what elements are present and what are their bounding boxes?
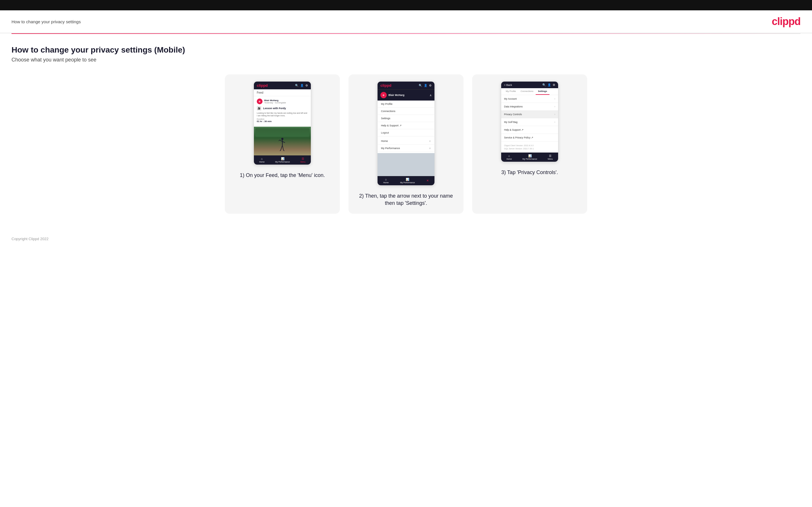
m3-tabs: My Profile Connections Settings [501, 88, 558, 95]
footer: Copyright Clippd 2022 [0, 231, 812, 247]
m1-topbar: clippd 🔍 👤 ⚙ [254, 81, 311, 89]
m3-home-nav-label: Home [506, 158, 512, 160]
m2-close-icon: ✕ [426, 179, 429, 182]
m2-settings-icon: ⚙ [429, 84, 432, 87]
svg-point-0 [281, 138, 283, 140]
svg-line-7 [280, 150, 281, 151]
m2-home-chevron-icon: ∨ [429, 139, 431, 143]
tab-myprofile[interactable]: My Profile [504, 88, 518, 95]
m2-user-row: B Blair McHarg ∧ [377, 89, 435, 101]
m2-topbar: clippd 🔍 👤 ⚙ [377, 81, 435, 89]
m3-back-button: < Back [504, 83, 512, 87]
mockup-2: clippd 🔍 👤 ⚙ B Blair McHarg ∧ [377, 81, 435, 185]
m1-nav-home: ⌂ Home [259, 157, 264, 163]
m1-post: B Blair McHarg Yesterday · Sunningdale 🎥… [254, 96, 311, 127]
top-bar [0, 0, 812, 10]
m1-avatar: B [257, 99, 262, 104]
m1-bottombar: ⌂ Home 📊 My Performance ☰ Menu [254, 155, 311, 165]
m1-settings-icon: ⚙ [305, 84, 308, 87]
m3-dataintegrations-label: Data Integrations [504, 105, 523, 108]
m3-myaccount-label: My Account [504, 97, 517, 100]
m2-performance-label: My Performance [381, 147, 400, 150]
m2-chart-icon: 📊 [406, 178, 409, 181]
page-heading: How to change your privacy settings (Mob… [11, 45, 801, 55]
m2-menu-helpsupport: Help & Support ↗ [377, 122, 435, 129]
m3-version-info: Clippd Client Version: 2022.8.3-3 GQL Se… [501, 142, 558, 153]
m3-privacycontrols-label: Privacy Controls [504, 113, 522, 116]
step-3-card: < Back 🔍 👤 ⚙ My Profile Connections Sett… [472, 74, 587, 214]
mockup-3: < Back 🔍 👤 ⚙ My Profile Connections Sett… [501, 81, 558, 162]
m1-user-sub: Yesterday · Sunningdale [264, 102, 286, 104]
m3-privacycontrols-chevron-icon: › [554, 113, 555, 116]
mockup-1: clippd 🔍 👤 ⚙ Feed B Blair McHarg [254, 81, 311, 165]
m1-nav-perf-label: My Performance [275, 161, 290, 163]
m1-lesson-title: Lesson with Fordy [263, 107, 286, 110]
m3-bottombar: ⌂ Home 📊 My Performance ☰ Menu [501, 153, 558, 162]
m1-icons: 🔍 👤 ⚙ [295, 84, 308, 87]
m2-username: Blair McHarg [389, 94, 405, 97]
m2-home-label: Home [381, 139, 388, 143]
m3-search-icon: 🔍 [542, 83, 546, 87]
m1-lesson-icon: 🎥 [257, 106, 261, 111]
m3-setting-helpsupport[interactable]: Help & Support ↗ [501, 126, 558, 134]
svg-line-3 [278, 140, 280, 141]
m3-topbar: < Back 🔍 👤 ⚙ [501, 81, 558, 88]
m1-duration-value: 01 hr : 30 min [257, 120, 308, 123]
tab-connections[interactable]: Connections [518, 88, 536, 95]
m1-user-name: Blair McHarg [264, 99, 286, 102]
m2-menu-myprofile: My Profile [377, 101, 435, 108]
m2-nav-home-row: Home ∨ [377, 137, 435, 145]
tab-settings[interactable]: Settings [536, 88, 550, 95]
m3-menu-nav-label: Menu [548, 158, 553, 160]
m3-setting-myaccount[interactable]: My Account › [501, 95, 558, 103]
m3-mygolfbag-label: My Golf Bag [504, 121, 517, 123]
m2-chevron-up-icon: ∧ [429, 94, 432, 97]
svg-line-2 [280, 140, 283, 142]
step-2-card: clippd 🔍 👤 ⚙ B Blair McHarg ∧ [349, 74, 463, 214]
svg-line-8 [284, 150, 285, 151]
m1-user-info: Blair McHarg Yesterday · Sunningdale [264, 99, 286, 104]
svg-line-5 [281, 145, 283, 150]
m1-golf-image [254, 127, 311, 155]
m3-dataintegrations-chevron-icon: › [554, 105, 555, 108]
m2-menu-logout: Logout [377, 129, 435, 136]
m3-setting-privacycontrols[interactable]: Privacy Controls › [501, 111, 558, 118]
m2-logo: clippd [380, 83, 391, 88]
svg-line-4 [283, 142, 285, 143]
m1-home-icon: ⌂ [261, 157, 263, 160]
m1-nav-menu: ☰ Menu [301, 157, 306, 163]
m1-feed-label: Feed [254, 89, 311, 96]
m2-nav-performance-row: My Performance ∨ [377, 145, 435, 152]
m3-setting-mygolfbag[interactable]: My Golf Bag › [501, 118, 558, 126]
m2-perf-nav-label: My Performance [400, 181, 415, 183]
main-content: How to change your privacy settings (Mob… [0, 34, 812, 231]
m1-lesson-row: 🎥 Lesson with Fordy [257, 106, 308, 111]
step-3-caption: 3) Tap 'Privacy Controls'. [501, 169, 558, 176]
m1-nav-menu-label: Menu [301, 161, 306, 163]
m3-helpsupport-label: Help & Support ↗ [504, 128, 523, 131]
m1-chart-icon: 📊 [281, 157, 285, 160]
logo: clippd [772, 15, 801, 27]
m2-search-icon: 🔍 [419, 84, 422, 87]
header-title: How to change your privacy settings [11, 19, 81, 24]
m1-duration-label: Duration [257, 118, 308, 120]
trees-bg [255, 128, 309, 137]
m3-chart-icon: 📊 [528, 154, 531, 157]
m3-settings-list: My Account › Data Integrations › Privacy… [501, 95, 558, 142]
m3-mygolfbag-chevron-icon: › [554, 121, 555, 123]
m3-setting-dataintegrations[interactable]: Data Integrations › [501, 103, 558, 111]
m1-menu-icon: ☰ [302, 157, 304, 160]
m2-home-nav-label: Home [383, 181, 389, 183]
steps-container: clippd 🔍 👤 ⚙ Feed B Blair McHarg [11, 74, 801, 214]
m2-avatar: B [380, 92, 387, 98]
step-2-caption: 2) Then, tap the arrow next to your name… [355, 192, 457, 207]
m3-nav-home: ⌂ Home [506, 154, 512, 160]
m1-avatar-row: B Blair McHarg Yesterday · Sunningdale [257, 99, 308, 104]
m3-nav-menu: ☰ Menu [548, 154, 553, 160]
m2-home-icon: ⌂ [385, 178, 387, 181]
page-subheading: Choose what you want people to see [11, 57, 801, 63]
m1-lesson-desc: Looking to feel like my hands are exitin… [257, 112, 308, 117]
m3-version-line1: Clippd Client Version: 2022.8.3-3 [504, 144, 555, 147]
m2-icons: 🔍 👤 ⚙ [419, 84, 432, 87]
m3-setting-serviceprivacy[interactable]: Service & Privacy Policy ↗ [501, 134, 558, 142]
